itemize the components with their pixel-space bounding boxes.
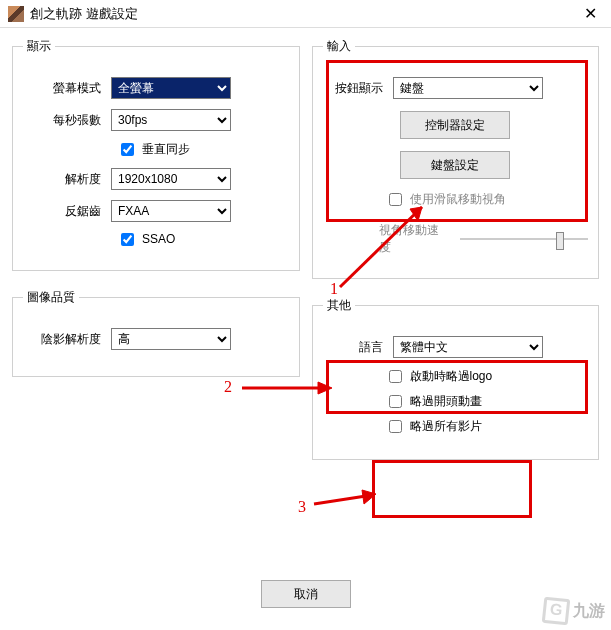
other-group: 其他 語言 繁體中文 啟動時略過logo 略過開頭動畫 略過所有影片	[312, 297, 600, 460]
prompt-select[interactable]: 鍵盤	[393, 77, 543, 99]
skip-intro-label: 略過開頭動畫	[410, 393, 482, 410]
ssao-row: SSAO	[23, 232, 289, 246]
shadow-label: 陰影解析度	[23, 331, 111, 348]
controller-btn-row: 控制器設定	[323, 111, 589, 139]
skip-intro-row: 略過開頭動畫	[323, 393, 589, 410]
annotation-2: 2	[224, 378, 232, 396]
mouse-cam-row: 使用滑鼠移動視角	[323, 191, 589, 208]
annotation-1: 1	[330, 280, 338, 298]
vsync-label: 垂直同步	[142, 141, 190, 158]
skip-logo-row: 啟動時略過logo	[323, 368, 589, 385]
aa-select[interactable]: FXAA	[111, 200, 231, 222]
ssao-label: SSAO	[142, 232, 175, 246]
titlebar: 創之軌跡 遊戲設定 ✕	[0, 0, 611, 28]
fps-row: 每秒張數 30fps	[23, 109, 289, 131]
footer: 取消	[0, 580, 611, 608]
display-group: 顯示 螢幕模式 全螢幕 每秒張數 30fps 垂直同步 解析度	[12, 38, 300, 271]
display-legend: 顯示	[23, 38, 55, 55]
controller-settings-button[interactable]: 控制器設定	[400, 111, 510, 139]
skip-logo-label: 啟動時略過logo	[410, 368, 493, 385]
lang-row: 語言 繁體中文	[323, 336, 589, 358]
fps-select[interactable]: 30fps	[111, 109, 231, 131]
screen-mode-label: 螢幕模式	[23, 80, 111, 97]
annotation-3: 3	[298, 498, 306, 516]
other-legend: 其他	[323, 297, 355, 314]
watermark-icon	[542, 597, 571, 626]
skip-intro-checkbox[interactable]	[389, 395, 402, 408]
left-column: 顯示 螢幕模式 全螢幕 每秒張數 30fps 垂直同步 解析度	[12, 38, 300, 478]
app-icon	[8, 6, 24, 22]
svg-marker-5	[362, 490, 376, 504]
cancel-button[interactable]: 取消	[261, 580, 351, 608]
svg-line-4	[314, 496, 366, 504]
ssao-checkbox[interactable]	[121, 233, 134, 246]
camera-speed-row: 視角移動速度	[323, 222, 589, 256]
vsync-row: 垂直同步	[23, 141, 289, 158]
screen-mode-select[interactable]: 全螢幕	[111, 77, 231, 99]
lang-label: 語言	[323, 339, 393, 356]
skip-all-checkbox[interactable]	[389, 420, 402, 433]
quality-group: 圖像品質 陰影解析度 高	[12, 289, 300, 377]
window-title: 創之軌跡 遊戲設定	[30, 5, 578, 23]
camera-speed-label: 視角移動速度	[379, 222, 450, 256]
screen-mode-row: 螢幕模式 全螢幕	[23, 77, 289, 99]
mouse-cam-label: 使用滑鼠移動視角	[410, 191, 506, 208]
resolution-select[interactable]: 1920x1080	[111, 168, 231, 190]
prompt-row: 按鈕顯示 鍵盤	[323, 77, 589, 99]
fps-label: 每秒張數	[23, 112, 111, 129]
aa-row: 反鋸齒 FXAA	[23, 200, 289, 222]
arrow-3	[310, 486, 382, 514]
skip-all-row: 略過所有影片	[323, 418, 589, 435]
skip-all-label: 略過所有影片	[410, 418, 482, 435]
close-button[interactable]: ✕	[578, 4, 603, 23]
slider-track	[460, 238, 588, 240]
content: 顯示 螢幕模式 全螢幕 每秒張數 30fps 垂直同步 解析度	[0, 28, 611, 478]
mouse-cam-checkbox[interactable]	[389, 193, 402, 206]
input-legend: 輸入	[323, 38, 355, 55]
resolution-row: 解析度 1920x1080	[23, 168, 289, 190]
keyboard-btn-row: 鍵盤設定	[323, 151, 589, 179]
shadow-row: 陰影解析度 高	[23, 328, 289, 350]
slider-thumb[interactable]	[556, 232, 564, 250]
watermark: 九游	[543, 598, 605, 624]
prompt-label: 按鈕顯示	[323, 80, 393, 97]
watermark-text: 九游	[573, 601, 605, 622]
aa-label: 反鋸齒	[23, 203, 111, 220]
input-group: 輸入 按鈕顯示 鍵盤 控制器設定 鍵盤設定 使用滑鼠移動視角 視角移動速度	[312, 38, 600, 279]
quality-legend: 圖像品質	[23, 289, 79, 306]
lang-select[interactable]: 繁體中文	[393, 336, 543, 358]
shadow-select[interactable]: 高	[111, 328, 231, 350]
right-column: 輸入 按鈕顯示 鍵盤 控制器設定 鍵盤設定 使用滑鼠移動視角 視角移動速度	[312, 38, 600, 478]
skip-logo-checkbox[interactable]	[389, 370, 402, 383]
camera-speed-slider[interactable]	[460, 229, 588, 249]
vsync-checkbox[interactable]	[121, 143, 134, 156]
keyboard-settings-button[interactable]: 鍵盤設定	[400, 151, 510, 179]
resolution-label: 解析度	[23, 171, 111, 188]
